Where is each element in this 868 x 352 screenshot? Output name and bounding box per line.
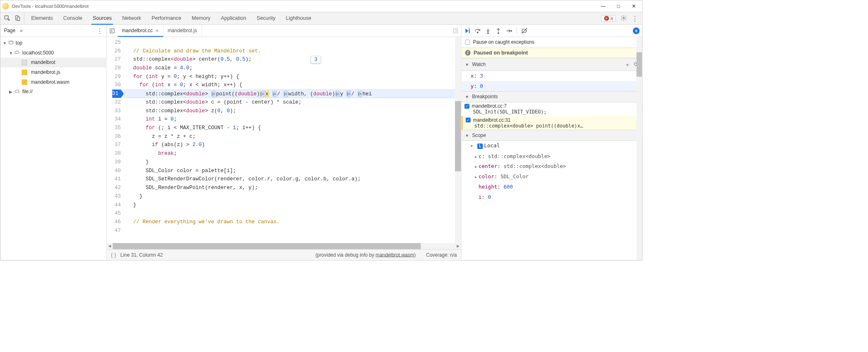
code-line[interactable] bbox=[124, 209, 455, 218]
breakpoint-gutter[interactable]: 31 bbox=[112, 90, 124, 98]
panel-tab-performance[interactable]: Performance bbox=[152, 12, 181, 25]
panel-tab-memory[interactable]: Memory bbox=[192, 12, 210, 25]
step-over-icon[interactable] bbox=[474, 27, 481, 34]
panel-tab-security[interactable]: Security bbox=[257, 12, 275, 25]
file-tab[interactable]: mandelbrot.cc✕ bbox=[118, 25, 164, 37]
deactivate-breakpoints-icon[interactable] bbox=[521, 27, 528, 34]
tree-node-file-scheme[interactable]: ▶ file:// bbox=[0, 87, 107, 97]
line-number[interactable]: 28 bbox=[112, 64, 121, 73]
editor-vertical-scrollbar[interactable] bbox=[455, 37, 461, 243]
kebab-menu-icon[interactable]: ⋮ bbox=[632, 15, 638, 22]
breakpoints-section-header[interactable]: ▼ Breakpoints bbox=[461, 91, 642, 102]
watch-section-header[interactable]: ▼ Watch ＋ ⟳ bbox=[461, 58, 642, 71]
breakpoint-checkbox[interactable]: ✓ bbox=[465, 104, 470, 109]
code-line[interactable] bbox=[124, 38, 455, 47]
history-back-icon[interactable] bbox=[107, 28, 118, 33]
line-number[interactable]: 38 bbox=[112, 149, 121, 158]
line-number[interactable]: 35 bbox=[112, 124, 121, 132]
scope-variable[interactable]: ▶center: std::complex<double> bbox=[461, 161, 642, 172]
line-number[interactable]: 47 bbox=[112, 226, 121, 235]
watch-entry[interactable]: x: 3 bbox=[461, 71, 642, 81]
history-forward-icon[interactable] bbox=[450, 28, 461, 33]
code-line[interactable]: std::complex<double> center(0.5, 0.5); bbox=[124, 55, 455, 64]
line-number[interactable]: 42 bbox=[112, 184, 121, 192]
code-line[interactable]: for (int y = 0; y < height; y++) { bbox=[124, 72, 455, 81]
line-number[interactable]: 34 bbox=[112, 115, 121, 124]
panel-tab-network[interactable]: Network bbox=[122, 12, 141, 25]
line-gutter[interactable]: 2526272829303132333435363738394041424344… bbox=[107, 37, 124, 243]
step-out-icon[interactable] bbox=[495, 27, 502, 34]
panel-tab-application[interactable]: Application bbox=[221, 12, 247, 25]
navigator-tab-page[interactable]: Page bbox=[4, 28, 16, 33]
code-line[interactable]: double scale = 4.0; bbox=[124, 64, 455, 73]
line-number[interactable]: 25 bbox=[112, 38, 121, 47]
panel-tab-sources[interactable]: Sources bbox=[92, 12, 111, 25]
code-line[interactable]: std::complex<double> ▷point((double)▷x ▷… bbox=[124, 90, 455, 98]
navigator-menu-icon[interactable]: ⋮ bbox=[97, 27, 103, 34]
line-number[interactable]: 29 bbox=[112, 72, 121, 81]
line-number[interactable]: 40 bbox=[112, 166, 121, 175]
panel-tab-elements[interactable]: Elements bbox=[31, 12, 52, 25]
error-count-badge[interactable]: ✕ 4 bbox=[601, 15, 616, 22]
tree-file[interactable]: mandelbrot.js bbox=[0, 68, 107, 78]
navigator-more-tabs-icon[interactable]: » bbox=[20, 28, 23, 34]
close-tab-icon[interactable]: ✕ bbox=[155, 28, 159, 33]
breakpoint-entry[interactable]: ✓mandelbrot.cc:31std::complex<double> po… bbox=[461, 116, 642, 130]
maximize-button[interactable]: □ bbox=[615, 3, 622, 9]
line-number[interactable]: 32 bbox=[112, 98, 121, 107]
line-number[interactable]: 37 bbox=[112, 141, 121, 149]
file-tab[interactable]: mandelbrot.js bbox=[164, 25, 202, 37]
scope-variable[interactable]: ▶color: SDL_Color bbox=[461, 172, 642, 182]
step-icon[interactable] bbox=[505, 27, 512, 34]
code-line[interactable]: std::complex<double> z(0, 0); bbox=[124, 106, 455, 115]
pretty-print-icon[interactable]: { } bbox=[111, 252, 116, 258]
code-line[interactable]: SDL_RenderDrawPoint(renderer, x, y); bbox=[124, 184, 455, 192]
pause-exceptions-checkbox[interactable] bbox=[465, 40, 470, 45]
code-line[interactable]: std::complex<double> c = (point - center… bbox=[124, 98, 455, 107]
line-number[interactable]: 46 bbox=[112, 218, 121, 227]
scope-variable[interactable]: ▶c: std::complex<double> bbox=[461, 151, 642, 161]
code-line[interactable]: for (int x = 0; x < width; x++) { bbox=[124, 81, 455, 90]
scope-variable[interactable]: height: 600 bbox=[461, 182, 642, 192]
panel-tab-lighthouse[interactable]: Lighthouse bbox=[286, 12, 311, 25]
watch-entry[interactable]: y: 0 bbox=[461, 81, 642, 91]
line-number[interactable]: 26 bbox=[112, 47, 121, 55]
code-line[interactable]: if (abs(z) > 2.0) bbox=[124, 141, 455, 149]
inspect-element-icon[interactable] bbox=[4, 15, 10, 22]
device-toolbar-icon[interactable] bbox=[14, 15, 21, 22]
line-number[interactable]: 39 bbox=[112, 158, 121, 167]
line-number[interactable]: 43 bbox=[112, 192, 121, 201]
breakpoint-checkbox[interactable]: ✓ bbox=[466, 118, 471, 123]
code-line[interactable]: // Render everything we've drawn to the … bbox=[124, 218, 455, 227]
code-line[interactable]: SDL_Color color = palette[i]; bbox=[124, 166, 455, 175]
code-line[interactable] bbox=[124, 226, 455, 235]
code-area[interactable]: 2526272829303132333435363738394041424344… bbox=[107, 37, 461, 243]
scope-variable[interactable]: i: 0 bbox=[461, 192, 642, 202]
resume-icon[interactable] bbox=[464, 27, 470, 34]
tree-file[interactable]: mandelbrot bbox=[0, 58, 107, 68]
pause-on-exceptions-row[interactable]: Pause on caught exceptions bbox=[461, 37, 642, 48]
code-line[interactable]: } bbox=[124, 201, 455, 209]
right-pane-scrollbar[interactable] bbox=[636, 37, 642, 260]
minimize-button[interactable]: — bbox=[600, 3, 607, 9]
tree-node-origin[interactable]: ▼ localhost:5000 bbox=[0, 48, 107, 58]
code-line[interactable]: // Calculate and draw the Mandelbrot set… bbox=[124, 47, 455, 55]
code-content[interactable]: 3 // Calculate and draw the Mandelbrot s… bbox=[124, 37, 455, 243]
tree-file[interactable]: mandelbrot.wasm bbox=[0, 77, 107, 87]
step-into-icon[interactable] bbox=[485, 27, 491, 34]
debug-info-link[interactable]: mandelbrot.wasm bbox=[375, 252, 414, 258]
code-line[interactable]: break; bbox=[124, 149, 455, 158]
line-number[interactable]: 44 bbox=[112, 201, 121, 209]
code-line[interactable]: z = z * z + c; bbox=[124, 132, 455, 141]
code-line[interactable]: } bbox=[124, 158, 455, 167]
editor-horizontal-scrollbar[interactable]: ◀ ▶ bbox=[107, 243, 461, 249]
panel-tab-console[interactable]: Console bbox=[63, 12, 82, 25]
line-number[interactable]: 36 bbox=[112, 132, 121, 141]
code-line[interactable]: } bbox=[124, 192, 455, 201]
line-number[interactable]: 45 bbox=[112, 209, 121, 218]
line-number[interactable]: 33 bbox=[112, 106, 121, 115]
add-watch-icon[interactable]: ＋ bbox=[625, 61, 630, 68]
pause-state-badge[interactable]: II bbox=[633, 27, 640, 34]
line-number[interactable]: 41 bbox=[112, 175, 121, 184]
tree-node-top[interactable]: ▼ top bbox=[0, 38, 107, 48]
